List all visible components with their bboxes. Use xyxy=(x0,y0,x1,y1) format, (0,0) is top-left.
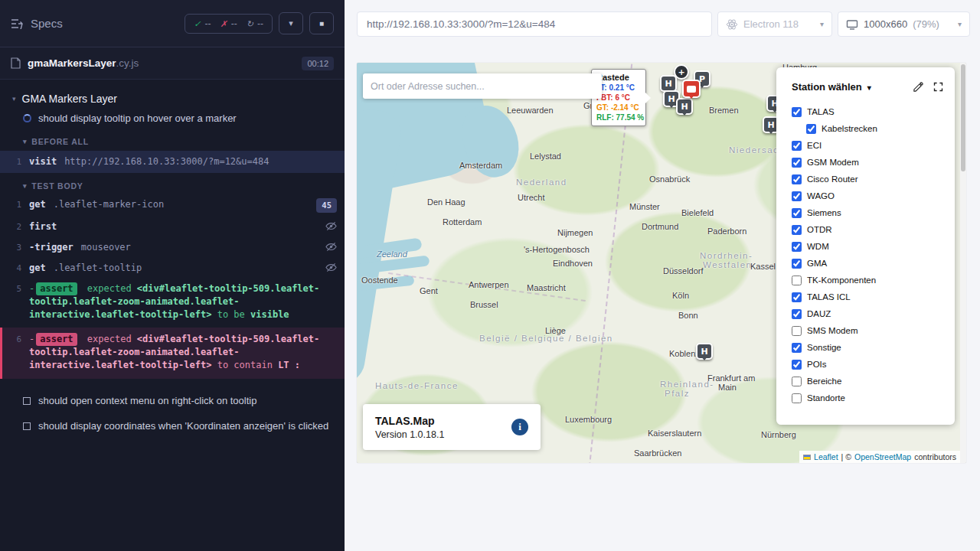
element-count-badge: 45 xyxy=(316,198,337,213)
map-label: Nijmegen xyxy=(557,228,593,237)
station-checkbox-item[interactable]: TK-Komponenten xyxy=(792,272,955,289)
station-label: OTDR xyxy=(807,225,832,234)
station-checkbox[interactable] xyxy=(792,343,802,353)
command-visit[interactable]: 1 visit http://192.168.10.33:3000/?m=12&… xyxy=(0,151,345,173)
station-checkbox-item[interactable]: POIs xyxy=(792,356,955,373)
pending-test[interactable]: should display coordinates when 'Koordin… xyxy=(0,413,345,439)
station-checkbox-item[interactable]: OTDR xyxy=(792,221,955,238)
station-checkbox[interactable] xyxy=(792,259,802,269)
chevron-down-icon xyxy=(958,20,962,28)
station-checkbox-item[interactable]: Sonstige xyxy=(792,339,955,356)
marker-glyph-icon: H xyxy=(665,80,671,88)
aut-body: HamburgBremenGroningenLeeuwardenNiedersa… xyxy=(345,48,980,551)
marker-glyph-icon: H xyxy=(681,103,688,111)
scrollbar-thumb[interactable] xyxy=(961,64,965,171)
map-marker[interactable]: H xyxy=(660,75,677,92)
station-checkbox-item[interactable]: Standorte xyxy=(792,390,955,406)
url-bar xyxy=(357,11,712,37)
active-test[interactable]: should display tooltip on hover over a m… xyxy=(0,109,345,129)
viewport-selector[interactable]: 1000x660 (79%) xyxy=(838,11,970,37)
station-checkbox[interactable] xyxy=(792,158,802,168)
leaflet-link[interactable]: Leaflet xyxy=(814,452,838,461)
chevron-down-icon xyxy=(867,81,871,93)
station-checkbox-item[interactable]: Kabelstrecken xyxy=(806,120,955,137)
map-label: Osnabrück xyxy=(649,174,690,184)
station-checkbox-item[interactable]: Cisco Router xyxy=(792,171,955,187)
station-checkbox[interactable] xyxy=(792,191,802,201)
map-label: Oostende xyxy=(361,276,398,285)
station-checkbox[interactable] xyxy=(792,141,802,151)
station-checkbox-item[interactable]: WDM xyxy=(792,238,955,255)
map-label: Koblenz xyxy=(669,349,700,358)
station-checkbox[interactable] xyxy=(792,225,802,235)
station-checkbox-item[interactable]: DAUZ xyxy=(792,305,955,322)
url-input[interactable] xyxy=(367,18,702,30)
info-icon[interactable] xyxy=(511,419,528,435)
station-checkbox[interactable] xyxy=(792,292,802,302)
chevron-down-icon: ▾ xyxy=(12,95,16,103)
test-body-section[interactable]: ▾ TEST BODY xyxy=(0,174,345,194)
pending-tests: should open context menu on right-click … xyxy=(0,388,345,439)
command-get-tooltip[interactable]: 4 get .leaflet-tooltip xyxy=(0,258,345,279)
chevron-down-icon: ▾ xyxy=(23,138,27,145)
map-label: Münster xyxy=(629,202,660,211)
station-dropdown[interactable]: Station wählen xyxy=(792,81,871,93)
station-checkbox[interactable] xyxy=(792,377,802,386)
station-checkbox-item[interactable]: SMS Modem xyxy=(792,322,955,339)
test-title: should display tooltip on hover over a m… xyxy=(38,112,237,124)
osm-link[interactable]: OpenStreetMap xyxy=(854,452,911,461)
map-scrollbar[interactable] xyxy=(960,63,966,463)
station-checkbox[interactable] xyxy=(792,360,802,370)
command-assert-passed[interactable]: 5 -assert expected <div#leaflet-tooltip-… xyxy=(0,279,345,325)
station-checkbox[interactable] xyxy=(792,174,802,184)
command-assert-failed[interactable]: 6 -assert expected <div#leaflet-tooltip-… xyxy=(0,328,345,379)
station-label: TK-Komponenten xyxy=(807,276,876,285)
station-checkbox[interactable] xyxy=(792,309,802,319)
specs-menu[interactable]: Specs xyxy=(11,17,63,30)
map-label: Eindhoven xyxy=(553,259,593,268)
station-label: Siemens xyxy=(807,208,841,217)
app-root: Specs -- -- -- gmaMarkersLayer.cy.js 00:… xyxy=(0,0,980,551)
command-first[interactable]: 2 first xyxy=(0,217,345,237)
refresh-icon xyxy=(247,18,253,29)
station-label: SMS Modem xyxy=(807,326,858,335)
station-checkbox-item[interactable]: ECI xyxy=(792,137,955,154)
station-checkbox[interactable] xyxy=(792,107,802,117)
spec-file-row[interactable]: gmaMarkersLayer.cy.js 00:12 xyxy=(0,47,345,80)
map-marker[interactable] xyxy=(682,80,701,98)
reporter-controls: -- -- -- xyxy=(185,12,334,34)
stop-button[interactable] xyxy=(309,12,334,34)
suite-header[interactable]: ▾ GMA Markers Layer xyxy=(0,86,345,109)
map-label: Nürnberg xyxy=(761,430,796,439)
station-checkbox-item[interactable]: GMA xyxy=(792,255,955,272)
station-checkbox-item[interactable]: Bereiche xyxy=(792,373,955,390)
aut-pane: Electron 118 1000x660 (79%) xyxy=(345,0,980,551)
map-label: Saarbrücken xyxy=(634,448,681,458)
map-marker[interactable]: H xyxy=(696,343,713,360)
marker-glyph-icon xyxy=(687,86,696,93)
station-checkbox[interactable] xyxy=(792,276,802,285)
map-label: Paderborn xyxy=(707,227,746,236)
station-checkbox[interactable] xyxy=(806,124,816,134)
station-checkbox-item[interactable]: Siemens xyxy=(792,204,955,221)
map-label: Luxembourg xyxy=(565,415,612,424)
station-checkbox[interactable] xyxy=(792,208,802,218)
station-checkbox[interactable] xyxy=(792,242,802,252)
edit-pencil-icon[interactable] xyxy=(913,81,924,93)
expand-icon[interactable] xyxy=(933,81,944,93)
station-checkbox[interactable] xyxy=(792,326,802,336)
viewport-menu-button[interactable] xyxy=(279,12,303,34)
station-checkbox-item[interactable]: WAGO xyxy=(792,187,955,204)
command-get-marker[interactable]: 1 get .leaflet-marker-icon 45 xyxy=(0,194,345,217)
station-checkbox-item[interactable]: TALAS xyxy=(792,103,955,120)
station-checkbox-item[interactable]: GSM Modem xyxy=(792,154,955,171)
station-checkbox[interactable] xyxy=(792,393,802,403)
browser-selector[interactable]: Electron 118 xyxy=(717,11,832,37)
before-all-section[interactable]: ▾ BEFORE ALL xyxy=(0,129,345,150)
leaflet-map[interactable]: HamburgBremenGroningenLeeuwardenNiedersa… xyxy=(357,63,966,463)
command-trigger[interactable]: 3 -trigger mouseover xyxy=(0,237,345,258)
station-checkbox-item[interactable]: TALAS ICL xyxy=(792,289,955,305)
marker-glyph-icon: H xyxy=(668,95,675,103)
search-input[interactable] xyxy=(371,81,594,92)
pending-test[interactable]: should open context menu on right-click … xyxy=(0,388,345,413)
